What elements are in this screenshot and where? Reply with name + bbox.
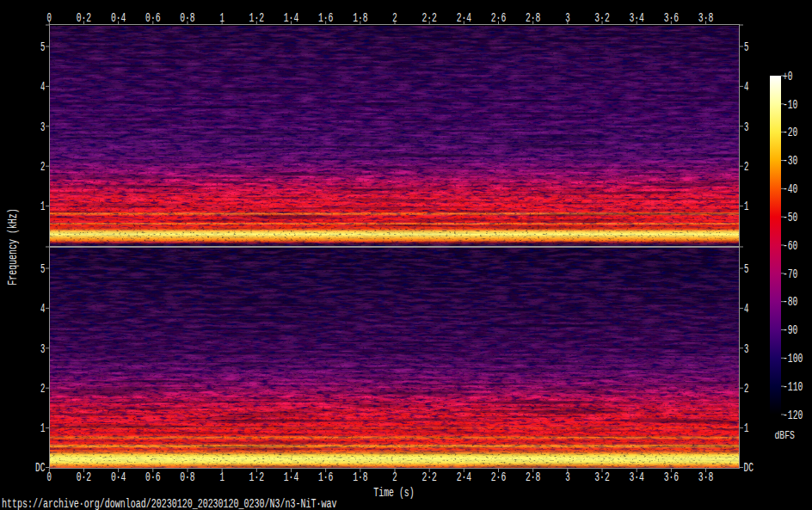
svg-text:-100: -100: [783, 352, 803, 366]
svg-text:4: 4: [40, 80, 45, 94]
svg-text:2·4: 2·4: [457, 470, 471, 484]
svg-text:0·8: 0·8: [180, 11, 194, 25]
svg-text:3: 3: [40, 120, 45, 134]
svg-text:1·6: 1·6: [318, 470, 333, 484]
svg-text:-40: -40: [783, 182, 797, 196]
svg-text:2·8: 2·8: [526, 470, 540, 484]
svg-text:0: 0: [47, 470, 52, 484]
svg-text:-30: -30: [783, 154, 797, 168]
svg-text:+0: +0: [783, 70, 792, 83]
svg-text:0·2: 0·2: [77, 11, 91, 25]
svg-text:-50: -50: [783, 211, 797, 224]
svg-text:1: 1: [744, 421, 748, 435]
svg-text:-70: -70: [783, 267, 797, 281]
svg-text:-120: -120: [783, 409, 803, 422]
svg-text:2: 2: [744, 382, 748, 396]
svg-text:3: 3: [744, 120, 748, 134]
svg-text:4: 4: [744, 302, 748, 316]
svg-text:https://archive·org/download/2: https://archive·org/download/20230120_20…: [2, 497, 336, 510]
svg-text:3·2: 3·2: [594, 470, 609, 484]
svg-text:3·4: 3·4: [629, 470, 643, 484]
svg-text:0·4: 0·4: [111, 11, 126, 25]
svg-text:2·6: 2·6: [491, 470, 506, 484]
svg-text:DC: DC: [744, 461, 754, 475]
svg-text:2: 2: [392, 11, 397, 25]
svg-text:2: 2: [40, 160, 45, 174]
svg-text:2·4: 2·4: [457, 11, 471, 25]
svg-text:0: 0: [47, 11, 52, 25]
svg-text:5: 5: [744, 40, 748, 54]
svg-text:3: 3: [565, 470, 569, 484]
svg-text:1: 1: [219, 470, 224, 484]
svg-text:2·6: 2·6: [491, 11, 506, 25]
svg-text:3: 3: [565, 11, 569, 25]
svg-text:0·4: 0·4: [111, 470, 126, 484]
svg-text:dBFS: dBFS: [775, 429, 796, 442]
svg-text:3: 3: [40, 342, 45, 356]
svg-text:5: 5: [40, 262, 45, 276]
svg-text:5: 5: [40, 40, 45, 54]
svg-text:1·2: 1·2: [249, 11, 264, 25]
svg-text:1·2: 1·2: [249, 470, 264, 484]
svg-text:1·8: 1·8: [353, 11, 367, 25]
svg-text:1·4: 1·4: [284, 11, 298, 25]
svg-text:1·8: 1·8: [353, 470, 367, 484]
svg-text:2·2: 2·2: [421, 470, 436, 484]
svg-text:2·2: 2·2: [421, 11, 436, 25]
svg-text:0·2: 0·2: [77, 470, 91, 484]
svg-text:5: 5: [744, 262, 748, 276]
svg-text:-90: -90: [783, 323, 797, 337]
svg-text:1: 1: [744, 200, 748, 213]
svg-text:4: 4: [40, 302, 45, 316]
svg-text:1: 1: [219, 11, 224, 25]
svg-text:2: 2: [744, 160, 748, 174]
svg-text:0·6: 0·6: [145, 470, 160, 484]
svg-text:3·2: 3·2: [594, 11, 609, 25]
svg-text:1·6: 1·6: [318, 11, 333, 25]
svg-text:1·4: 1·4: [284, 470, 298, 484]
svg-text:2: 2: [40, 382, 45, 396]
svg-text:-20: -20: [783, 126, 797, 139]
svg-text:DC: DC: [35, 461, 45, 475]
svg-text:1: 1: [40, 200, 45, 213]
svg-text:3·4: 3·4: [629, 11, 643, 25]
svg-text:-60: -60: [783, 239, 797, 253]
svg-text:3·8: 3·8: [698, 11, 713, 25]
svg-text:-80: -80: [783, 295, 797, 309]
svg-text:3·8: 3·8: [698, 470, 713, 484]
svg-text:-10: -10: [783, 98, 797, 112]
svg-text:-110: -110: [783, 380, 803, 394]
svg-text:Time (s): Time (s): [373, 486, 414, 500]
svg-text:1: 1: [40, 421, 45, 435]
svg-text:0·6: 0·6: [145, 11, 160, 25]
svg-text:3·6: 3·6: [664, 11, 679, 25]
svg-text:Frequency (kHz): Frequency (kHz): [6, 208, 20, 285]
svg-text:0·8: 0·8: [180, 470, 194, 484]
svg-text:2: 2: [392, 470, 397, 484]
svg-text:2·8: 2·8: [526, 11, 540, 25]
svg-text:3: 3: [744, 342, 748, 356]
svg-text:4: 4: [744, 80, 748, 94]
svg-text:3·6: 3·6: [664, 470, 679, 484]
